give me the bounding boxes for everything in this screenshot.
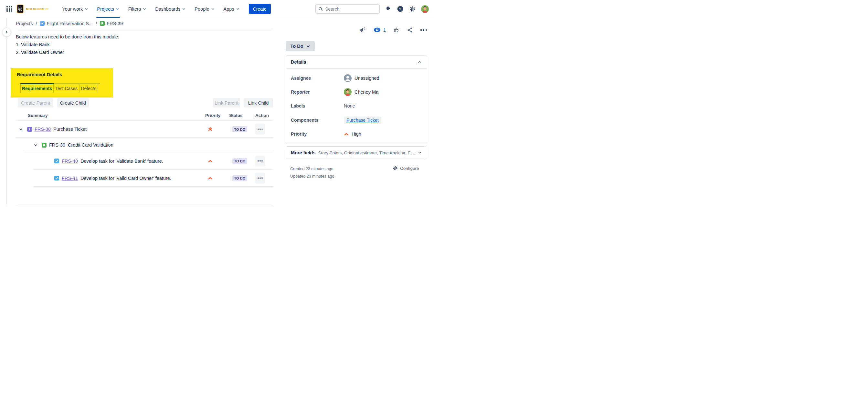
nav-item-people[interactable]: People xyxy=(194,0,215,18)
watch-button[interactable]: 1 xyxy=(374,28,386,33)
chevron-down-icon xyxy=(182,7,186,11)
link-child-button[interactable]: Link Child xyxy=(244,98,273,107)
labels-value[interactable]: None xyxy=(344,103,355,108)
description-line: 1. Validate Bank xyxy=(16,41,273,48)
search-icon xyxy=(318,6,323,12)
field-labels: Labels None xyxy=(291,99,422,113)
expand-sidebar-button[interactable] xyxy=(2,28,11,36)
feedback-button[interactable] xyxy=(359,27,366,33)
nav-item-dashboards[interactable]: Dashboards xyxy=(155,0,186,18)
row-actions-button[interactable] xyxy=(255,173,265,183)
nav-item-your-work[interactable]: Your work xyxy=(62,0,88,18)
issue-key-link[interactable]: FRS-41 xyxy=(62,176,78,181)
breadcrumb-issue-key[interactable]: FRS-39 xyxy=(100,21,123,26)
share-button[interactable] xyxy=(407,27,413,33)
search-input[interactable] xyxy=(325,6,377,12)
description-line: Below features need to be done from this… xyxy=(16,33,273,41)
bell-icon xyxy=(384,5,392,13)
nav-item-projects[interactable]: Projects xyxy=(97,0,119,18)
table-row-frs-39: FRS-39 Credit Card Validation xyxy=(16,138,273,152)
eye-icon xyxy=(374,28,381,32)
nav-item-filters[interactable]: Filters xyxy=(128,0,146,18)
breadcrumb: Projects / Flight Reservation S... / FRS… xyxy=(16,18,273,29)
create-button[interactable]: Create xyxy=(249,4,271,14)
chevron-down-icon xyxy=(143,7,146,11)
chevron-down-icon xyxy=(211,7,215,11)
requirement-details-highlight: Requirement Details Requirements Test Ca… xyxy=(11,68,113,98)
divider xyxy=(33,186,273,186)
unassigned-avatar-icon xyxy=(344,74,351,82)
chevron-down-icon xyxy=(306,44,310,48)
details-fields: Assignee Unassigned Reporter xyxy=(286,69,427,141)
components-value: Purchase Ticket xyxy=(344,116,381,124)
svg-text:Gf: Gf xyxy=(19,8,22,10)
requirement-details-title: Requirement Details xyxy=(17,72,62,77)
chevron-up-icon xyxy=(417,60,422,64)
component-link[interactable]: Purchase Ticket xyxy=(344,116,381,124)
field-reporter: Reporter Cheney Ma xyxy=(291,85,422,99)
breadcrumb-project[interactable]: Flight Reservation S... xyxy=(40,21,93,26)
breadcrumb-projects[interactable]: Projects xyxy=(16,21,33,26)
column-header-status: Status xyxy=(228,113,243,117)
active-tab-underline xyxy=(96,17,120,18)
settings-button[interactable] xyxy=(409,6,415,12)
assignee-value[interactable]: Unassigned xyxy=(344,74,379,82)
details-title: Details xyxy=(291,60,306,65)
issue-summary: Purchase Ticket xyxy=(53,127,87,132)
collapse-chevron-icon[interactable] xyxy=(19,127,23,131)
tab-defects[interactable]: Defects xyxy=(80,84,98,93)
nav-right-cluster: ? xyxy=(315,4,429,13)
collapse-chevron-icon[interactable] xyxy=(34,143,38,147)
svg-text:?: ? xyxy=(399,7,401,11)
issue-key-link[interactable]: FRS-40 xyxy=(62,159,78,164)
user-avatar[interactable] xyxy=(421,5,429,13)
row-actions-button[interactable] xyxy=(255,124,265,135)
tab-requirements[interactable]: Requirements xyxy=(20,84,54,93)
chevron-right-icon xyxy=(4,30,9,34)
configure-button[interactable]: Configure xyxy=(393,166,419,171)
column-header-summary: Summary xyxy=(28,113,48,117)
row-actions-button[interactable] xyxy=(255,156,265,166)
requirement-tabs: Requirements Test Cases Defects xyxy=(20,84,98,93)
search-box[interactable] xyxy=(315,4,380,13)
tab-test-cases[interactable]: Test Cases xyxy=(54,84,80,93)
app-switcher-icon[interactable] xyxy=(6,6,12,12)
issue-actions-toolbar: 1 xyxy=(354,27,427,33)
share-icon xyxy=(407,27,413,33)
create-parent-button: Create Parent xyxy=(18,98,53,107)
column-header-priority: Priority xyxy=(205,113,219,117)
reporter-value[interactable]: Cheney Ma xyxy=(344,88,378,96)
priority-value[interactable]: High xyxy=(344,131,361,137)
description-line: 2. Validate Card Owner xyxy=(16,48,273,56)
brand-name: GOLDFINGER xyxy=(26,7,48,11)
issue-description: Below features need to be done from this… xyxy=(16,33,273,56)
issue-main-column: Projects / Flight Reservation S... / FRS… xyxy=(16,18,273,56)
task-icon xyxy=(54,176,59,180)
more-actions-button[interactable] xyxy=(420,29,427,31)
chevron-down-icon xyxy=(84,7,88,11)
nav-item-apps[interactable]: Apps xyxy=(224,0,240,18)
table-row-frs-41: FRS-41 Develop task for 'Valid Card Owne… xyxy=(16,170,273,186)
issue-key-link[interactable]: FRS-38 xyxy=(35,127,51,132)
story-icon xyxy=(100,21,105,26)
create-child-button[interactable]: Create Child xyxy=(57,98,89,107)
top-nav: Gf GOLDFINGER Your work Projects Filters… xyxy=(0,0,434,18)
ellipsis-icon xyxy=(420,29,427,31)
priority-high-icon xyxy=(208,176,213,180)
avatar-photo xyxy=(421,5,429,13)
field-components: Components Purchase Ticket xyxy=(291,113,422,127)
status-badge: TO DO xyxy=(232,126,247,132)
goldfinger-logo[interactable]: Gf GOLDFINGER xyxy=(17,4,48,13)
watch-count: 1 xyxy=(383,28,386,33)
more-fields-summary: Story Points, Original estimate, Time tr… xyxy=(318,150,415,155)
status-dropdown[interactable]: To Do xyxy=(286,41,315,51)
help-icon: ? xyxy=(397,5,404,12)
more-fields-title: More fields xyxy=(291,150,316,155)
more-fields-panel[interactable]: More fields Story Points, Original estim… xyxy=(286,146,427,159)
status-badge: TO DO xyxy=(232,158,247,164)
chevron-down-icon xyxy=(417,150,422,155)
details-panel-header[interactable]: Details xyxy=(286,56,427,69)
vote-button[interactable] xyxy=(393,27,399,33)
notifications-button[interactable] xyxy=(385,6,391,12)
help-button[interactable]: ? xyxy=(397,5,404,12)
